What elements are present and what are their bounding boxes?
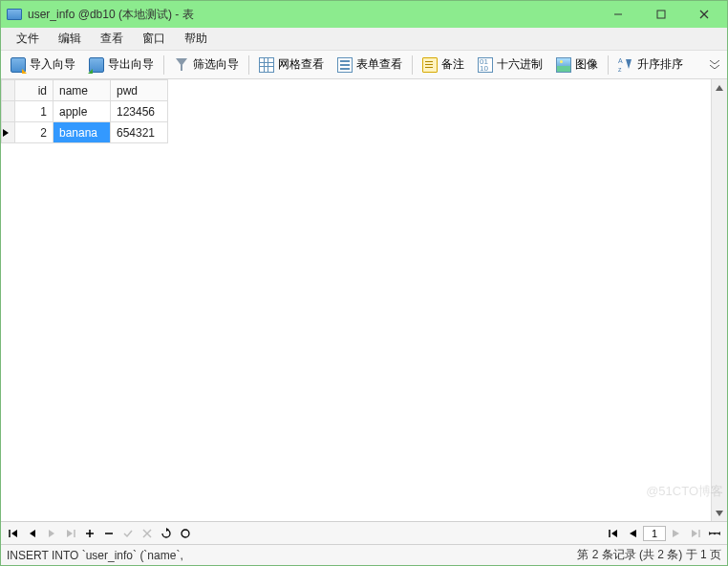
- nav-next-button[interactable]: [43, 525, 60, 542]
- filter-label: 筛选向导: [193, 56, 239, 73]
- svg-marker-28: [717, 532, 720, 535]
- sort-label: 升序排序: [637, 56, 683, 73]
- grid-view-button[interactable]: 网格查看: [253, 54, 330, 76]
- nav-first-button[interactable]: [5, 525, 22, 542]
- form-icon: [337, 57, 353, 73]
- export-label: 导出向导: [108, 56, 154, 73]
- close-button[interactable]: [683, 5, 725, 24]
- page-prev-button[interactable]: [624, 525, 641, 542]
- page-number-input[interactable]: [643, 526, 666, 541]
- menu-edit[interactable]: 编辑: [49, 28, 91, 50]
- filter-wizard-button[interactable]: 筛选向导: [168, 54, 245, 76]
- page-last-button[interactable]: [687, 525, 704, 542]
- nav-insert-button[interactable]: [81, 525, 98, 542]
- separator: [248, 55, 249, 75]
- import-label: 导入向导: [30, 56, 75, 73]
- cell-pwd[interactable]: 654321: [111, 122, 168, 143]
- vertical-scrollbar[interactable]: [711, 79, 727, 521]
- memo-icon: [422, 57, 438, 73]
- status-bar: INSERT INTO `user_info` (`name`, 第 2 条记录…: [1, 544, 727, 565]
- svg-point-29: [714, 532, 716, 533]
- data-grid[interactable]: id name pwd 1apple1234562banana654321: [1, 79, 711, 521]
- title-bar: user_info @db10 (本地测试) - 表: [1, 1, 727, 28]
- grid-label: 网格查看: [278, 56, 324, 73]
- toolbar-overflow-button[interactable]: [706, 56, 723, 73]
- nav-refresh-button[interactable]: [158, 525, 175, 542]
- app-icon: [7, 9, 22, 20]
- sort-asc-button[interactable]: 升序排序: [612, 54, 689, 76]
- import-icon: [11, 57, 26, 73]
- form-view-button[interactable]: 表单查看: [332, 54, 408, 76]
- column-header-pwd[interactable]: pwd: [111, 80, 168, 101]
- import-wizard-button[interactable]: 导入向导: [5, 54, 81, 76]
- svg-marker-6: [716, 511, 723, 516]
- nav-delete-button[interactable]: [100, 525, 118, 542]
- svg-marker-27: [709, 532, 712, 535]
- svg-point-19: [182, 530, 189, 537]
- row-selector[interactable]: [2, 122, 15, 143]
- hex-label: 十六进制: [497, 56, 543, 73]
- svg-marker-9: [30, 530, 35, 537]
- nav-prev-button[interactable]: [24, 525, 41, 542]
- svg-marker-8: [11, 530, 17, 537]
- image-label: 图像: [575, 56, 598, 73]
- nav-post-button[interactable]: [119, 525, 137, 542]
- cell-id[interactable]: 2: [15, 122, 54, 143]
- scroll-down-button[interactable]: [712, 505, 727, 521]
- menu-help[interactable]: 帮助: [175, 28, 217, 50]
- svg-marker-5: [716, 85, 723, 91]
- filter-icon: [174, 57, 189, 73]
- record-navigation-bar: [1, 521, 727, 544]
- hex-icon: [478, 57, 493, 73]
- minimize-button[interactable]: [597, 5, 639, 24]
- page-next-button[interactable]: [668, 525, 685, 542]
- menu-window[interactable]: 窗口: [133, 28, 175, 50]
- form-label: 表单查看: [356, 56, 402, 73]
- grid-icon: [259, 57, 274, 73]
- cell-name[interactable]: banana: [54, 122, 111, 143]
- separator: [163, 55, 164, 75]
- status-sql-text: INSERT INTO `user_info` (`name`,: [7, 549, 577, 562]
- export-icon: [89, 57, 104, 73]
- table-row[interactable]: 2banana654321: [2, 122, 168, 143]
- page-settings-button[interactable]: [706, 525, 723, 542]
- maximize-button[interactable]: [640, 5, 682, 24]
- svg-marker-4: [3, 129, 9, 137]
- svg-marker-23: [673, 530, 679, 537]
- work-area: id name pwd 1apple1234562banana654321 @5…: [1, 79, 727, 521]
- column-header-name[interactable]: name: [54, 80, 111, 101]
- menu-bar: 文件 编辑 查看 窗口 帮助: [1, 28, 727, 51]
- cell-id[interactable]: 1: [15, 101, 54, 122]
- column-header-id[interactable]: id: [15, 80, 54, 101]
- svg-marker-11: [67, 530, 73, 537]
- export-wizard-button[interactable]: 导出向导: [83, 54, 160, 76]
- row-selector-header[interactable]: [2, 80, 15, 101]
- cell-pwd[interactable]: 123456: [111, 101, 168, 122]
- memo-button[interactable]: 备注: [417, 54, 470, 76]
- status-record-info: 第 2 条记录 (共 2 条) 于 1 页: [577, 547, 721, 563]
- window-title: user_info @db10 (本地测试) - 表: [28, 7, 597, 23]
- menu-view[interactable]: 查看: [91, 28, 133, 50]
- nav-stop-button[interactable]: [177, 525, 194, 542]
- table-row[interactable]: 1apple123456: [2, 101, 168, 122]
- nav-last-button[interactable]: [62, 525, 79, 542]
- scroll-track[interactable]: [712, 96, 727, 505]
- memo-label: 备注: [441, 56, 464, 73]
- toolbar: 导入向导 导出向导 筛选向导 网格查看 表单查看 备注 十六进制 图像 升序排序: [1, 51, 727, 79]
- image-button[interactable]: 图像: [550, 54, 604, 76]
- hex-button[interactable]: 十六进制: [472, 54, 548, 76]
- nav-cancel-button[interactable]: [139, 525, 156, 542]
- row-selector[interactable]: [2, 101, 15, 122]
- svg-marker-24: [692, 530, 697, 537]
- menu-file[interactable]: 文件: [7, 28, 49, 50]
- page-first-button[interactable]: [605, 525, 622, 542]
- image-icon: [556, 57, 571, 73]
- svg-marker-21: [611, 530, 617, 537]
- svg-marker-22: [630, 530, 636, 537]
- svg-marker-10: [49, 530, 54, 537]
- separator: [608, 55, 609, 75]
- scroll-up-button[interactable]: [712, 79, 727, 96]
- svg-rect-1: [657, 11, 665, 18]
- cell-name[interactable]: apple: [54, 101, 111, 122]
- separator: [412, 55, 413, 75]
